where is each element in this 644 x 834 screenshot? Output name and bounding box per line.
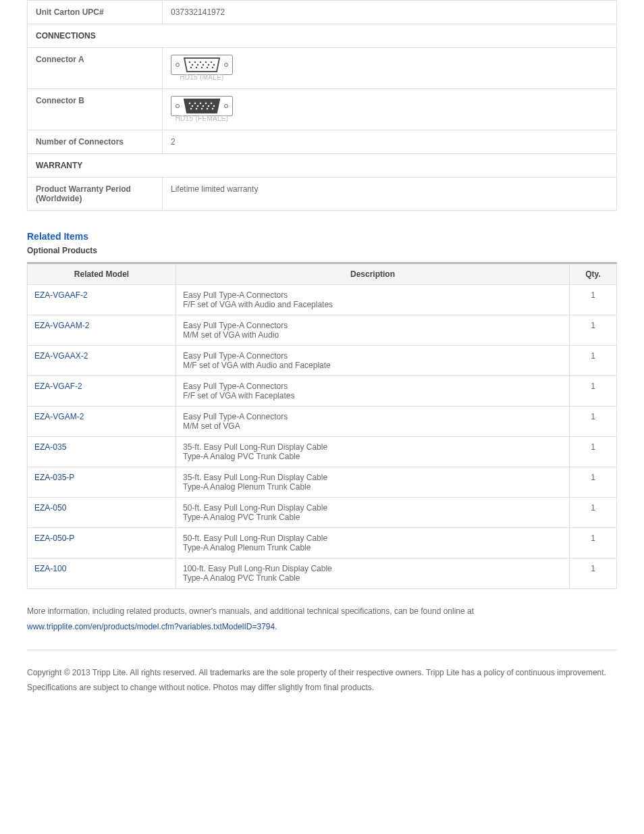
related-qty: 1 — [570, 558, 617, 589]
more-info-link[interactable]: www.tripplite.com/en/products/model.cfm?… — [27, 622, 275, 631]
related-desc-line2: M/M set of VGA — [183, 421, 562, 431]
spec-section-connections-label: CONNECTIONS — [28, 24, 617, 48]
svg-point-22 — [194, 103, 196, 105]
spec-row-num-connectors: Number of Connectors 2 — [28, 130, 617, 154]
spec-label-num-connectors: Number of Connectors — [28, 130, 163, 154]
related-qty: 1 — [570, 315, 617, 346]
related-items-heading: Related Items — [27, 231, 617, 242]
svg-point-3 — [189, 61, 191, 63]
svg-point-21 — [189, 103, 191, 105]
related-desc-line1: Easy Pull Type-A Connectors — [183, 351, 562, 361]
related-desc-line2: Type-A Analog Plenum Trunk Cable — [183, 543, 562, 552]
related-model-link[interactable]: EZA-035-P — [34, 473, 74, 482]
related-qty: 1 — [570, 376, 617, 407]
svg-point-11 — [208, 64, 210, 66]
related-model-link[interactable]: EZA-VGAAX-2 — [34, 351, 88, 361]
spec-section-warranty-label: WARRANTY — [28, 154, 617, 178]
related-qty: 1 — [570, 407, 617, 437]
related-table: Related Model Description Qty. EZA-VGAAF… — [27, 262, 617, 589]
related-desc-line2: M/M set of VGA with Audio — [183, 330, 562, 340]
spec-section-warranty: WARRANTY — [28, 154, 617, 178]
svg-point-33 — [201, 108, 203, 110]
related-row: EZA-VGAAX-2Easy Pull Type-A ConnectorsM/… — [28, 346, 617, 376]
related-model-link[interactable]: EZA-050 — [34, 503, 66, 513]
svg-point-23 — [200, 103, 202, 105]
svg-point-4 — [194, 61, 196, 63]
related-model-link[interactable]: EZA-VGAAM-2 — [34, 321, 89, 330]
related-description: Easy Pull Type-A ConnectorsF/F set of VG… — [176, 285, 570, 315]
related-desc-line1: 50-ft. Easy Pull Long-Run Display Cable — [183, 503, 562, 513]
svg-point-14 — [196, 67, 198, 69]
svg-point-30 — [213, 105, 215, 107]
spec-section-connections: CONNECTIONS — [28, 24, 617, 48]
svg-point-10 — [203, 64, 205, 66]
related-header-model: Related Model — [28, 263, 176, 285]
svg-point-29 — [208, 105, 210, 107]
hd15-female-icon — [171, 96, 233, 116]
spec-value-num-connectors: 2 — [163, 130, 617, 154]
svg-point-28 — [203, 105, 205, 107]
more-info-suffix: . — [275, 622, 277, 631]
related-row: EZA-VGAAM-2Easy Pull Type-A ConnectorsM/… — [28, 315, 617, 346]
spec-label-connector-a: Connector A — [28, 48, 163, 89]
connector-a-caption: HD15 (MALE) — [171, 74, 233, 81]
related-description: 50-ft. Easy Pull Long-Run Display CableT… — [176, 528, 570, 558]
related-desc-line1: Easy Pull Type-A Connectors — [183, 321, 562, 330]
related-qty: 1 — [570, 437, 617, 467]
related-model-link[interactable]: EZA-VGAM-2 — [34, 412, 84, 421]
related-row: EZA-035-P35-ft. Easy Pull Long-Run Displ… — [28, 467, 617, 498]
svg-point-9 — [197, 64, 199, 66]
svg-point-32 — [196, 108, 198, 110]
svg-point-25 — [211, 103, 213, 105]
svg-point-7 — [211, 61, 213, 63]
spec-row-connector-b: Connector B HD15 (FEMALE) — [28, 89, 617, 130]
svg-point-35 — [212, 108, 214, 110]
connector-b-caption: HD15 (FEMALE) — [171, 115, 233, 122]
svg-point-34 — [207, 108, 209, 110]
related-row: EZA-VGAF-2Easy Pull Type-A ConnectorsF/F… — [28, 376, 617, 407]
footer-divider — [27, 650, 617, 650]
related-description: Easy Pull Type-A ConnectorsM/M set of VG… — [176, 315, 570, 346]
related-qty: 1 — [570, 498, 617, 528]
spec-row-upc: Unit Carton UPC# 037332141972 — [28, 1, 617, 24]
spec-row-warranty: Product Warranty Period (Worldwide) Life… — [28, 178, 617, 211]
spec-label-upc: Unit Carton UPC# — [28, 1, 163, 24]
svg-point-16 — [207, 67, 209, 69]
svg-point-15 — [201, 67, 203, 69]
svg-point-8 — [192, 64, 194, 66]
more-info-prefix: More information, including related prod… — [27, 606, 474, 616]
optional-products-subheading: Optional Products — [27, 246, 617, 255]
svg-point-13 — [190, 67, 192, 69]
related-desc-line2: F/F set of VGA with Faceplates — [183, 391, 562, 400]
related-description: 35-ft. Easy Pull Long-Run Display CableT… — [176, 437, 570, 467]
related-desc-line1: 35-ft. Easy Pull Long-Run Display Cable — [183, 442, 562, 452]
related-desc-line1: Easy Pull Type-A Connectors — [183, 382, 562, 391]
related-row: EZA-05050-ft. Easy Pull Long-Run Display… — [28, 498, 617, 528]
related-desc-line1: 35-ft. Easy Pull Long-Run Display Cable — [183, 473, 562, 482]
related-model-link[interactable]: EZA-VGAF-2 — [34, 382, 82, 391]
related-desc-line2: M/F set of VGA with Audio and Faceplate — [183, 361, 562, 370]
svg-point-6 — [205, 61, 207, 63]
more-info-text: More information, including related prod… — [27, 604, 617, 635]
related-description: Easy Pull Type-A ConnectorsM/M set of VG… — [176, 407, 570, 437]
related-model-link[interactable]: EZA-050-P — [34, 533, 74, 543]
related-row: EZA-VGAM-2Easy Pull Type-A ConnectorsM/M… — [28, 407, 617, 437]
svg-point-12 — [213, 64, 215, 66]
spec-value-upc: 037332141972 — [163, 1, 617, 24]
spec-value-connector-b: HD15 (FEMALE) — [163, 89, 617, 130]
related-model-link[interactable]: EZA-VGAAF-2 — [34, 290, 88, 300]
svg-point-26 — [192, 105, 194, 107]
spec-value-connector-a: HD15 (MALE) — [163, 48, 617, 89]
copyright-text: Copyright © 2013 Tripp Lite. All rights … — [27, 665, 617, 696]
related-row: EZA-100100-ft. Easy Pull Long-Run Displa… — [28, 558, 617, 589]
related-description: Easy Pull Type-A ConnectorsM/F set of VG… — [176, 346, 570, 376]
related-desc-line2: Type-A Analog PVC Trunk Cable — [183, 452, 562, 461]
svg-point-31 — [190, 108, 192, 110]
spec-value-warranty: Lifetime limited warranty — [163, 178, 617, 211]
related-qty: 1 — [570, 467, 617, 498]
related-model-link[interactable]: EZA-035 — [34, 442, 66, 452]
related-desc-line2: F/F set of VGA with Audio and Faceplates — [183, 300, 562, 309]
related-qty: 1 — [570, 528, 617, 558]
related-model-link[interactable]: EZA-100 — [34, 564, 66, 573]
related-row: EZA-03535-ft. Easy Pull Long-Run Display… — [28, 437, 617, 467]
